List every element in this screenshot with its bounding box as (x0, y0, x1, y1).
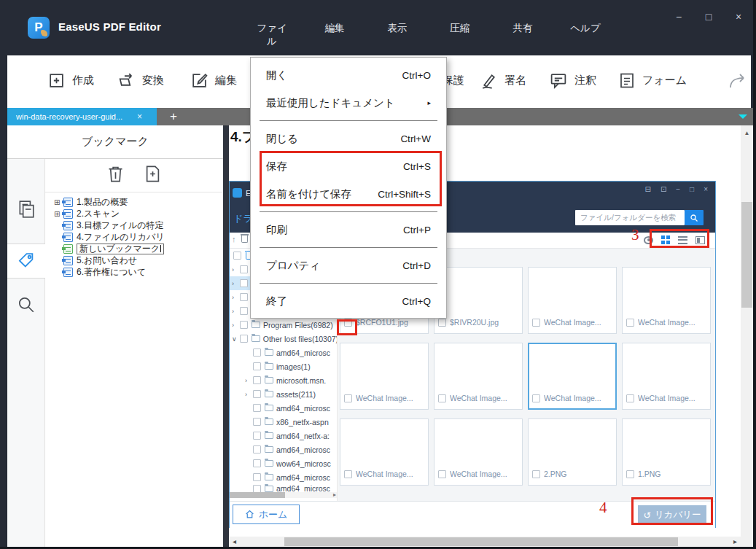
menubar-item[interactable]: 共有 (506, 22, 539, 48)
thumbnail-image (437, 270, 520, 315)
menu-item-shortcut: Ctrl+D (402, 260, 431, 271)
pen-icon (480, 71, 498, 90)
folder-icon (252, 322, 260, 328)
file-menu-item[interactable]: 開く Ctrl+O ▸ (251, 61, 446, 89)
folder-checkbox (240, 321, 248, 329)
close-button[interactable]: × (729, 7, 748, 26)
folder-tree-row: x86_netfx-aspn (230, 415, 337, 429)
thumbnail-image (531, 270, 614, 315)
add-bookmark-button[interactable] (143, 164, 163, 187)
menubar-item[interactable]: 編集 (318, 22, 351, 48)
file-menu-item[interactable]: ▸ (251, 208, 446, 216)
menubar-item[interactable]: 圧縮 (443, 22, 477, 48)
folder-tree-row: ∨ Other lost files(10307) (230, 332, 337, 346)
expand-arrow-icon: › (232, 266, 240, 273)
bookmark-item[interactable]: 4.ファイルのリカバリ (54, 231, 223, 243)
menu-item-label: 名前を付けて保存 (266, 187, 378, 201)
annotate-button[interactable]: 注釈 (549, 71, 596, 90)
file-menu-item[interactable]: 終了 Ctrl+Q ▸ (251, 287, 446, 315)
view-switcher (644, 235, 705, 244)
folder-label: Other lost files(10307) (263, 335, 337, 343)
thumbnail-image (437, 421, 520, 467)
horizontal-scrollbar-thumb[interactable] (284, 537, 678, 546)
file-menu-item[interactable]: ▸ (251, 244, 446, 252)
menu-item-shortcut: Ctrl+W (400, 133, 431, 144)
create-button[interactable]: 作成 (47, 71, 94, 90)
menu-item-shortcut: Ctrl+O (402, 70, 431, 81)
app-window: P EaseUS PDF Editor ファイル編集表示圧縮共有ヘルプ − □ … (0, 0, 756, 549)
menubar-item[interactable]: ファイル (255, 22, 289, 48)
folder-checkbox (240, 307, 248, 315)
edit-button[interactable]: 編集 (190, 71, 237, 90)
vertical-scrollbar[interactable]: ▲ ▼ (741, 125, 753, 547)
search-icon (17, 295, 36, 317)
folder-tree-row: amd64_netfx-a: (230, 429, 337, 443)
scrollbar-corner (741, 537, 753, 547)
minimize-button[interactable]: − (669, 7, 688, 26)
scroll-right-icon[interactable]: ▸ (733, 537, 737, 545)
folder-checkbox (253, 473, 261, 481)
recovery-control-icon: □ (690, 185, 694, 193)
file-menu-item[interactable]: 最近使用したドキュメント ▸ (251, 89, 446, 117)
bookmark-item[interactable]: ⊞ 2.スキャン (54, 208, 223, 219)
scroll-up-icon[interactable]: ▲ (741, 130, 753, 136)
sign-button[interactable]: 署名 (480, 71, 526, 90)
thumbnail-checkbox (344, 394, 352, 402)
file-thumbnail-card: $RIVR20U.jpg (434, 267, 523, 334)
delete-bookmark-button[interactable] (106, 164, 125, 187)
bookmark-item[interactable]: ⊞ 1.製品の概要 (54, 196, 223, 208)
file-thumbnail-card: 2.PNG (528, 418, 617, 486)
form-button[interactable]: フォーム (618, 71, 687, 90)
expand-arrow-icon: › (232, 280, 240, 287)
thumbnail-image (531, 346, 614, 391)
search-panel-button[interactable] (7, 289, 45, 324)
menu-item-label: 最近使用したドキュメント (266, 96, 423, 110)
tab-close-icon[interactable]: × (137, 112, 149, 122)
grid-view-icon (661, 235, 670, 244)
folder-icon (265, 405, 273, 411)
new-tab-button[interactable]: + (165, 109, 182, 125)
menubar-item[interactable]: 表示 (381, 22, 414, 48)
bookmark-doc-icon (63, 198, 73, 207)
menubar-item[interactable]: ヘルプ (569, 22, 602, 48)
folder-label: amd64_microsc (276, 473, 330, 482)
menu-item-label: 開く (266, 69, 402, 82)
file-menu-item[interactable]: プロパティ Ctrl+D ▸ (251, 252, 446, 279)
create-icon (47, 71, 66, 90)
file-menu-item[interactable]: ▸ (251, 279, 446, 287)
file-menu-item[interactable]: 閉じる Ctrl+W ▸ (251, 125, 446, 152)
folder-tree-row: › microsoft.msn. (230, 373, 337, 387)
bookmark-item[interactable]: 3.目標ファイルの特定 (54, 219, 223, 231)
eye-view-icon (644, 236, 653, 244)
expand-arrow-icon: › (232, 308, 240, 315)
pages-icon (17, 200, 36, 222)
bookmark-actions (45, 159, 223, 192)
bookmark-item[interactable]: 新しいブックマーク (54, 243, 223, 254)
vertical-scrollbar-thumb[interactable] (741, 202, 752, 308)
thumbnail-checkbox (626, 470, 634, 478)
convert-button[interactable]: 変換 (117, 71, 164, 90)
horizontal-scrollbar[interactable]: ◂ ▸ (229, 537, 741, 547)
tabbar-dropdown-icon[interactable] (739, 114, 747, 119)
share-arrow-icon[interactable] (728, 73, 748, 93)
document-tab[interactable]: win-data-recovery-user-guid... × (7, 108, 157, 125)
sidebar: ブックマーク ⊞ 1.製品 (7, 125, 223, 547)
folder-icon (265, 349, 273, 356)
file-menu-item[interactable]: ▸ (251, 117, 446, 125)
folder-checkbox (253, 418, 261, 426)
file-menu-item[interactable]: 印刷 Ctrl+P ▸ (251, 216, 446, 244)
thumbnail-image (343, 346, 426, 391)
bookmark-item[interactable]: 5.お問い合わせ (54, 254, 223, 266)
sidebar-title: ブックマーク (7, 125, 223, 159)
scroll-left-icon[interactable]: ◂ (233, 537, 236, 545)
folder-icon (265, 377, 273, 383)
thumbnails-panel-button[interactable] (7, 193, 45, 228)
file-thumbnail-card: WeChat Image... (528, 267, 617, 334)
bookmark-item[interactable]: 6.著作権について (54, 266, 223, 278)
file-menu-item[interactable]: 名前を付けて保存 Ctrl+Shift+S ▸ (251, 180, 446, 208)
file-menu-item[interactable]: 保存 Ctrl+S ▸ (251, 152, 446, 180)
thumbnail-filename: WeChat Image... (356, 394, 413, 402)
menu-item-label: 終了 (266, 295, 402, 308)
maximize-button[interactable]: □ (699, 7, 718, 26)
bookmarks-panel-button[interactable] (7, 244, 45, 279)
